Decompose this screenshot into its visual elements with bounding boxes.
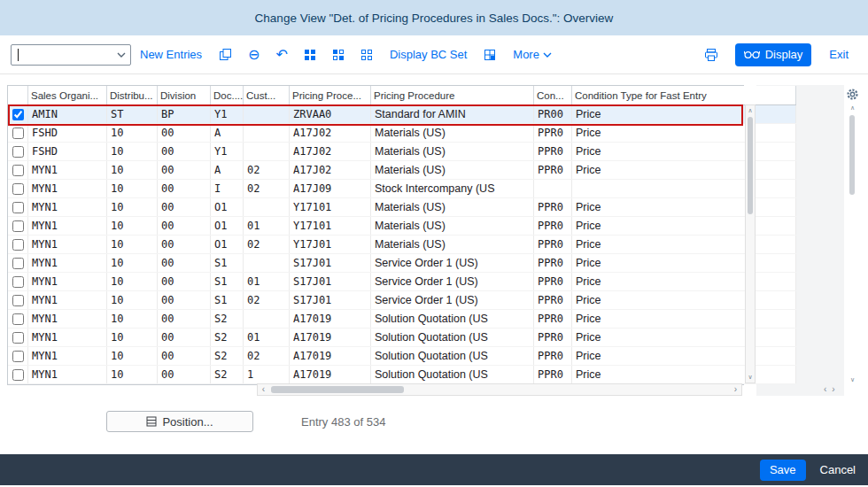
row-select-cell[interactable] [8, 236, 28, 254]
row-checkbox[interactable] [12, 295, 24, 306]
cell-doc[interactable]: Y1 [211, 143, 244, 161]
row-select-cell[interactable] [8, 329, 28, 347]
row-checkbox[interactable] [12, 313, 24, 325]
cell-sales-org[interactable]: AMIN [28, 105, 107, 124]
cell-division[interactable]: 00 [158, 198, 211, 217]
cell-cust[interactable] [244, 254, 290, 273]
column-header-doc[interactable]: Doc.... [211, 86, 244, 105]
cell-cust[interactable] [244, 105, 290, 124]
cell-cond-fast[interactable]: Price [572, 236, 796, 254]
table-row[interactable]: MYN11000S2A17019Solution Quotation (USPP… [8, 310, 796, 329]
cell-division[interactable]: 00 [158, 143, 211, 161]
table-row[interactable]: FSHD1000Y1A17J02Materials (US)PPR0Price [8, 143, 796, 161]
table-row[interactable]: FSHD1000AA17J02Materials (US)PPR0Price [8, 124, 796, 143]
deselect-all-icon[interactable] [360, 49, 373, 61]
column-header-cust[interactable]: Cust... [244, 86, 290, 105]
cell-division[interactable]: 00 [158, 254, 211, 273]
panel-vertical-scrollbar[interactable]: ∧ ∨ [847, 104, 858, 383]
cell-proc[interactable]: A17019 [290, 347, 371, 366]
cell-sales-org[interactable]: MYN1 [28, 180, 107, 198]
cell-proc-name[interactable]: Solution Quotation (US [371, 310, 534, 329]
cell-division[interactable]: 00 [158, 217, 211, 236]
cell-distr[interactable]: 10 [107, 236, 158, 254]
cell-sales-org[interactable]: MYN1 [28, 217, 107, 236]
cell-cond-fast[interactable]: Price [572, 105, 796, 124]
row-select-cell[interactable] [8, 291, 28, 310]
row-checkbox[interactable] [12, 369, 24, 381]
scroll-down-arrow[interactable]: ∨ [847, 376, 858, 383]
scroll-left-arrow[interactable]: ‹ [824, 384, 826, 394]
cell-doc[interactable]: Y1 [211, 105, 244, 124]
column-header-cond[interactable]: Con... [534, 86, 572, 105]
cell-cond-fast[interactable]: Price [572, 198, 796, 217]
row-select-cell[interactable] [8, 180, 28, 198]
cell-sales-org[interactable]: MYN1 [28, 273, 107, 291]
cell-cust[interactable] [244, 124, 290, 143]
cell-division[interactable]: 00 [158, 161, 211, 180]
table-settings-gear-icon[interactable] [846, 88, 859, 101]
table-row[interactable]: MYN11000S101S17J01Service Order 1 (US)PP… [8, 273, 796, 291]
row-checkbox[interactable] [12, 183, 24, 195]
cell-proc[interactable]: Y17101 [290, 198, 371, 217]
cell-sales-org[interactable]: MYN1 [28, 254, 107, 273]
cell-sales-org[interactable]: MYN1 [28, 310, 107, 329]
horizontal-scroll-track[interactable] [269, 384, 730, 395]
delete-row-icon[interactable]: ⊖ [248, 48, 260, 62]
position-button[interactable]: Position... [106, 411, 253, 432]
select-all-header[interactable] [8, 86, 28, 105]
cell-proc[interactable]: Y17101 [290, 217, 371, 236]
cell-proc-name[interactable]: Materials (US) [371, 124, 534, 143]
cell-distr[interactable]: 10 [107, 124, 158, 143]
cell-proc[interactable]: S17J01 [290, 254, 371, 273]
cell-cond[interactable]: PPR0 [534, 161, 572, 180]
cell-cust[interactable]: 02 [244, 161, 290, 180]
cell-cond[interactable]: PPR0 [534, 124, 572, 143]
row-checkbox[interactable] [12, 276, 24, 288]
select-all-icon[interactable] [304, 49, 316, 61]
cell-division[interactable]: 00 [158, 347, 211, 366]
cell-doc[interactable]: S2 [211, 347, 244, 366]
cell-cond[interactable] [534, 180, 572, 198]
table-row[interactable]: MYN11000I02A17J09Stock Intercompany (US [8, 180, 796, 198]
column-header-distr[interactable]: Distribu... [107, 86, 158, 105]
cell-proc-name[interactable]: Materials (US) [371, 217, 534, 236]
cell-proc-name[interactable]: Solution Quotation (US [371, 329, 534, 347]
table-row[interactable]: MYN11000O1Y17101Materials (US)PPR0Price [8, 198, 796, 217]
cell-sales-org[interactable]: MYN1 [28, 366, 107, 384]
cell-cust[interactable]: 01 [244, 217, 290, 236]
cell-cond[interactable]: PPR0 [534, 366, 572, 384]
cell-cond-fast[interactable]: Price [572, 217, 796, 236]
cell-doc[interactable]: S2 [211, 366, 244, 384]
cell-cond-fast[interactable] [572, 180, 796, 198]
cell-proc[interactable]: A17J09 [290, 180, 371, 198]
row-checkbox[interactable] [12, 128, 24, 139]
cell-cond[interactable]: PPR0 [534, 347, 572, 366]
cell-cond-fast[interactable]: Price [572, 329, 796, 347]
cell-cond-fast[interactable]: Price [572, 143, 796, 161]
cell-cust[interactable]: 01 [244, 273, 290, 291]
cell-proc-name[interactable]: Stock Intercompany (US [371, 180, 534, 198]
cell-cust[interactable]: 1 [244, 366, 290, 384]
cell-proc-name[interactable]: Materials (US) [371, 161, 534, 180]
cell-cust[interactable] [244, 198, 290, 217]
scroll-left-arrow[interactable]: ‹ [258, 384, 269, 395]
cell-doc[interactable]: O1 [211, 198, 244, 217]
cell-proc-name[interactable]: Solution Quotation (US [371, 347, 534, 366]
vertical-scroll-thumb[interactable] [849, 115, 855, 195]
cell-proc[interactable]: Y17J01 [290, 236, 371, 254]
filter-combobox[interactable] [11, 44, 131, 66]
row-checkbox[interactable] [12, 220, 24, 232]
table-horizontal-scrollbar[interactable]: ‹ › [257, 383, 742, 396]
cell-cond-fast[interactable]: Price [572, 291, 796, 310]
cell-cond[interactable]: PPR0 [534, 198, 572, 217]
cell-distr[interactable]: 10 [107, 310, 158, 329]
cell-sales-org[interactable]: MYN1 [28, 198, 107, 217]
row-checkbox[interactable] [12, 258, 24, 269]
cell-cond-fast[interactable]: Price [572, 273, 796, 291]
more-menu-button[interactable]: More [513, 48, 552, 61]
cell-cond[interactable]: PR00 [534, 105, 572, 124]
cell-distr[interactable]: 10 [107, 366, 158, 384]
print-icon[interactable] [704, 48, 718, 62]
cell-distr[interactable]: ST [107, 105, 158, 124]
cell-division[interactable]: 00 [158, 236, 211, 254]
